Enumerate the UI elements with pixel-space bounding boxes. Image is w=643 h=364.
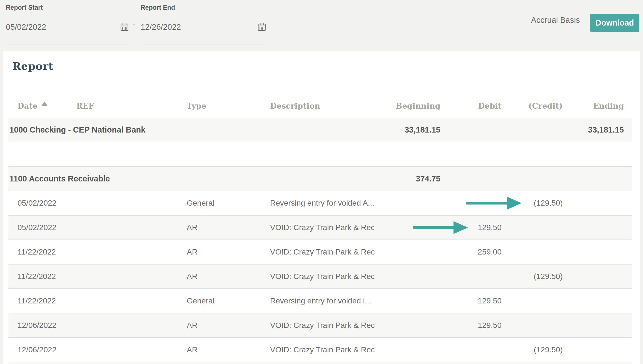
date-cell: 12/06/2022 xyxy=(8,321,76,330)
type-cell: AR xyxy=(187,321,270,330)
calendar-icon[interactable] xyxy=(257,22,266,33)
account-name: 1100 Accounts Receivable xyxy=(8,174,383,183)
highlight-arrow-icon xyxy=(466,197,522,210)
description-cell: VOID: Crazy Train Park & Rec xyxy=(270,248,383,256)
date-cell: 11/22/2022 xyxy=(8,248,76,256)
report-card: Report Date REF Type Description Beginni… xyxy=(3,51,640,364)
report-end-input[interactable]: 12/26/2022 xyxy=(141,19,266,44)
debit-cell: 129.50 xyxy=(440,321,502,330)
highlight-arrow-icon xyxy=(413,221,468,234)
account-row: 1100 Accounts Receivable 374.75 xyxy=(8,167,632,191)
download-button[interactable]: Download xyxy=(590,14,639,32)
column-header-date[interactable]: Date xyxy=(8,102,76,110)
table-header-row: Date REF Type Description Beginning Debi… xyxy=(8,94,632,118)
date-cell: 12/06/2022 xyxy=(8,345,76,354)
description-cell: Reversing entry for voided A... xyxy=(270,199,383,208)
table-row: 12/06/2022 AR VOID: Crazy Train Park & R… xyxy=(8,338,632,362)
account-row: 1000 Checking - CEP National Bank 33,181… xyxy=(8,118,632,142)
description-cell: VOID: Crazy Train Park & Rec xyxy=(270,321,383,330)
column-header-type: Type xyxy=(187,102,270,110)
debit-cell: 259.00 xyxy=(440,248,502,256)
sort-ascending-icon xyxy=(41,101,48,106)
report-start-label: Report Start xyxy=(6,3,129,12)
report-end-value[interactable]: 12/26/2022 xyxy=(141,22,181,32)
column-header-debit: Debit xyxy=(440,102,502,110)
type-cell: AR xyxy=(187,223,270,232)
credit-cell: (129.50) xyxy=(502,345,563,354)
table-row: 11/22/2022 General Reversing entry for v… xyxy=(8,289,632,313)
table-row: 11/22/2022 AR VOID: Crazy Train Park & R… xyxy=(8,265,632,289)
spacer-row xyxy=(8,142,632,167)
accrual-basis-label: Accrual Basis xyxy=(531,16,580,25)
table-row-partial xyxy=(8,362,632,364)
column-header-description: Description xyxy=(270,102,383,110)
date-cell: 05/02/2022 xyxy=(8,223,76,232)
column-header-ref: REF xyxy=(76,102,187,110)
table-row: 12/06/2022 AR VOID: Crazy Train Park & R… xyxy=(8,313,632,338)
date-cell: 11/22/2022 xyxy=(8,296,76,305)
column-header-credit: (Credit) xyxy=(502,102,563,110)
calendar-icon[interactable] xyxy=(120,22,129,33)
report-end-field: Report End 12/26/2022 xyxy=(141,3,266,12)
report-start-field: Report Start 05/02/2022 xyxy=(6,3,129,12)
report-start-value[interactable]: 05/02/2022 xyxy=(6,22,46,32)
description-cell: VOID: Crazy Train Park & Rec xyxy=(270,272,383,281)
type-cell: General xyxy=(187,296,270,305)
report-table: Date REF Type Description Beginning Debi… xyxy=(8,94,632,364)
table-row: 11/22/2022 AR VOID: Crazy Train Park & R… xyxy=(8,240,632,265)
table-row: 05/02/2022 General Reversing entry for v… xyxy=(8,191,632,216)
type-cell: AR xyxy=(187,272,270,281)
credit-cell: (129.50) xyxy=(502,272,563,281)
beginning-value: 33,181.15 xyxy=(383,125,440,134)
date-range-separator: - xyxy=(133,19,136,28)
table-row: 05/02/2022 AR VOID: Crazy Train Park & R… xyxy=(8,216,632,240)
type-cell: General xyxy=(187,199,270,208)
column-header-ending: Ending xyxy=(563,102,632,110)
description-cell: VOID: Crazy Train Park & Rec xyxy=(270,345,383,354)
date-cell: 11/22/2022 xyxy=(8,272,76,281)
filter-bar: Report Start 05/02/2022 - Report End 12/… xyxy=(0,0,643,51)
ending-value: 33,181.15 xyxy=(563,125,632,134)
type-cell: AR xyxy=(187,248,270,256)
account-name: 1000 Checking - CEP National Bank xyxy=(8,125,383,134)
report-end-label: Report End xyxy=(141,3,266,12)
debit-cell: 129.50 xyxy=(440,296,502,305)
report-start-input[interactable]: 05/02/2022 xyxy=(6,19,129,44)
type-cell: AR xyxy=(187,345,270,354)
beginning-value: 374.75 xyxy=(383,174,440,183)
page-title: Report xyxy=(12,59,640,73)
description-cell: Reversing entry for voided i... xyxy=(270,296,383,305)
description-cell: VOID: Crazy Train Park & Rec xyxy=(270,223,383,232)
column-header-beginning: Beginning xyxy=(383,102,440,110)
date-cell: 05/02/2022 xyxy=(8,199,76,208)
